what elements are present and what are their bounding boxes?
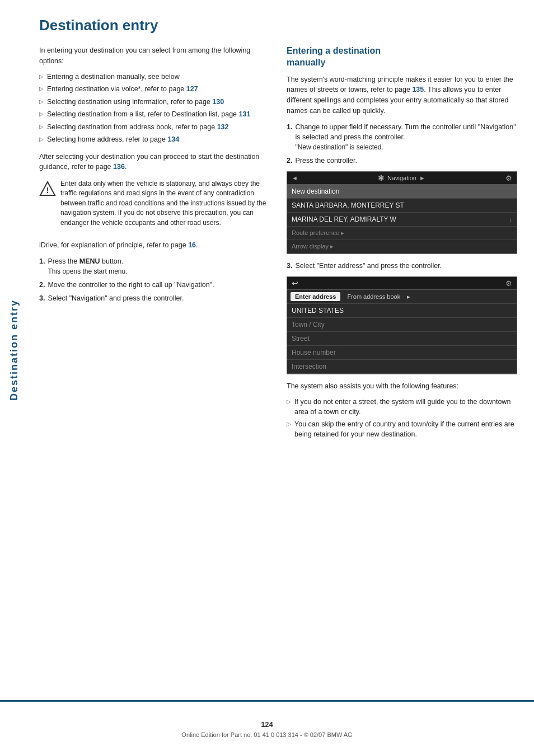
step-item: 3. Select "Enter address" and press the … <box>287 261 517 271</box>
addr-gear-icon: ⚙ <box>505 279 512 288</box>
nav-screen-mockup: ◄ ✱ Navigation ► ⚙ New destination SANTA… <box>287 171 517 254</box>
step-item: 1. Change to upper field if necessary. T… <box>287 122 517 153</box>
nav-row-marina: MARINA DEL REY, ADMIRALTY W ↓ <box>287 213 517 227</box>
after-select-text: After selecting your destination you can… <box>39 152 270 173</box>
right-section-title: Entering a destinationmanually <box>287 45 517 69</box>
features-intro: The system also assists you with the fol… <box>287 381 517 392</box>
step-content: Press the MENU button. This opens the st… <box>48 256 270 277</box>
page-link[interactable]: 134 <box>167 135 179 143</box>
bullet-arrow: ▷ <box>39 98 44 106</box>
addr-tab-row: Enter address From address book ▸ <box>287 290 517 304</box>
page-link[interactable]: 130 <box>212 98 224 106</box>
list-item: ▷ Entering destination via voice*, refer… <box>39 84 270 95</box>
step-content: Select "Enter address" and press the con… <box>295 261 517 271</box>
list-item: ▷ Selecting home address, refer to page … <box>39 135 270 145</box>
feature-item: ▷ You can skip the entry of country and … <box>287 420 517 439</box>
step-number: 3. <box>287 261 292 271</box>
guidance-link[interactable]: 136 <box>113 163 125 171</box>
addr-row-house: House number <box>287 346 517 360</box>
idrive-text: iDrive, for explanation of principle, re… <box>39 240 270 251</box>
step-content: Press the controller. <box>295 156 517 166</box>
addr-topbar: ↩ ⚙ <box>287 277 517 290</box>
list-item-text: Selecting destination from a list, refer… <box>47 110 250 120</box>
page-link-135[interactable]: 135 <box>412 86 424 93</box>
list-item-text: Selecting destination from address book,… <box>47 123 229 133</box>
addr-row-town: Town / City <box>287 318 517 332</box>
warning-text: Enter data only when the vehicle is stat… <box>60 179 270 228</box>
addr-back-icon: ↩ <box>292 279 298 288</box>
nav-title-text: Navigation <box>387 175 416 181</box>
feature-item: ▷ If you do not enter a street, the syst… <box>287 397 517 417</box>
step-number: 2. <box>287 156 292 166</box>
left-steps: 1. Press the MENU button. This opens the… <box>39 256 270 304</box>
page-link[interactable]: 127 <box>186 85 198 93</box>
nav-star-icon: ✱ <box>378 173 385 182</box>
nav-row-santa-barbara: SANTA BARBARA, MONTERREY ST <box>287 199 517 213</box>
addr-row-intersection: Intersection <box>287 360 517 374</box>
list-item-text: Selecting destination using information,… <box>47 97 224 107</box>
step-number: 1. <box>287 122 292 132</box>
page-title: Destination entry <box>39 17 517 34</box>
bullet-arrow: ▷ <box>39 73 44 81</box>
warning-icon: ! <box>39 180 56 197</box>
step-content: Select "Navigation" and press the contro… <box>48 293 270 303</box>
list-item-text: Entering destination via voice*, refer t… <box>47 84 198 95</box>
left-column: In entering your destination you can sel… <box>39 45 270 446</box>
addr-screen-mockup: ↩ ⚙ Enter address From address book ▸ UN… <box>287 276 517 374</box>
bullet-arrow: ▷ <box>39 85 44 93</box>
list-item: ▷ Selecting destination from a list, ref… <box>39 110 270 120</box>
bullet-arrow: ▷ <box>287 420 291 428</box>
step-sub: "New destination" is selected. <box>295 143 517 152</box>
idrive-link[interactable]: 16 <box>188 241 196 249</box>
bullet-arrow: ▷ <box>39 135 44 143</box>
intro-text: In entering your destination you can sel… <box>39 45 270 67</box>
tab-arrow: ▸ <box>407 293 410 300</box>
sidebar-label: Destination entry <box>8 299 20 401</box>
warning-box: ! Enter data only when the vehicle is st… <box>39 179 270 233</box>
addr-row-street: Street <box>287 332 517 346</box>
page-link[interactable]: 131 <box>239 110 251 118</box>
bullet-arrow: ▷ <box>287 398 291 406</box>
list-item-text: Entering a destination manually, see bel… <box>47 72 180 82</box>
step-item: 3. Select "Navigation" and press the con… <box>39 293 270 303</box>
step-number: 1. <box>39 256 45 266</box>
list-item: ▷ Selecting destination using informatio… <box>39 97 270 107</box>
nav-forward-arrow: ► <box>419 175 425 181</box>
step-number: 3. <box>39 293 45 303</box>
main-content: Destination entry In entering your desti… <box>28 0 534 463</box>
step-number: 2. <box>39 280 45 290</box>
nav-row-new-dest: New destination <box>287 185 517 199</box>
addr-row-country: UNITED STATES <box>287 304 517 318</box>
options-list: ▷ Entering a destination manually, see b… <box>39 72 270 145</box>
page-number: 124 <box>261 720 273 729</box>
footer-note: Online Edition for Part no. 01 41 0 013 … <box>181 731 352 738</box>
nav-row-route-pref: Route preference ▸ <box>287 227 517 240</box>
feature-text: If you do not enter a street, the system… <box>294 397 517 417</box>
bullet-arrow: ▷ <box>39 110 44 118</box>
page-link[interactable]: 132 <box>217 123 229 131</box>
step-item: 2. Press the controller. <box>287 156 517 166</box>
svg-text:!: ! <box>46 186 49 195</box>
list-item-text: Selecting home address, refer to page 13… <box>47 135 179 145</box>
features-list: ▷ If you do not enter a street, the syst… <box>287 397 517 439</box>
step-sub: This opens the start menu. <box>48 267 270 276</box>
list-item: ▷ Entering a destination manually, see b… <box>39 72 270 82</box>
bullet-arrow: ▷ <box>39 123 44 131</box>
step-content: Move the controller to the right to call… <box>48 280 270 290</box>
right-steps-1: 1. Change to upper field if necessary. T… <box>287 122 517 166</box>
list-item: ▷ Selecting destination from address boo… <box>39 123 270 133</box>
right-column: Entering a destinationmanually The syste… <box>287 45 517 446</box>
nav-gear-icon: ⚙ <box>505 174 512 182</box>
step-item: 2. Move the controller to the right to c… <box>39 280 270 290</box>
from-address-book-tab[interactable]: From address book <box>343 292 405 301</box>
nav-back-arrow: ◄ <box>292 175 298 181</box>
step-item: 1. Press the MENU button. This opens the… <box>39 256 270 277</box>
nav-row-arrow-display: Arrow display ▸ <box>287 240 517 253</box>
nav-title-bar: ✱ Navigation ► <box>378 173 425 182</box>
right-intro: The system's word-matching principle mak… <box>287 74 517 116</box>
feature-text: You can skip the entry of country and to… <box>294 420 517 439</box>
enter-address-tab[interactable]: Enter address <box>291 292 340 301</box>
step-content: Change to upper field if necessary. Turn… <box>295 122 517 153</box>
page-footer: 124 Online Edition for Part no. 01 41 0 … <box>0 700 534 756</box>
right-steps-2: 3. Select "Enter address" and press the … <box>287 261 517 271</box>
